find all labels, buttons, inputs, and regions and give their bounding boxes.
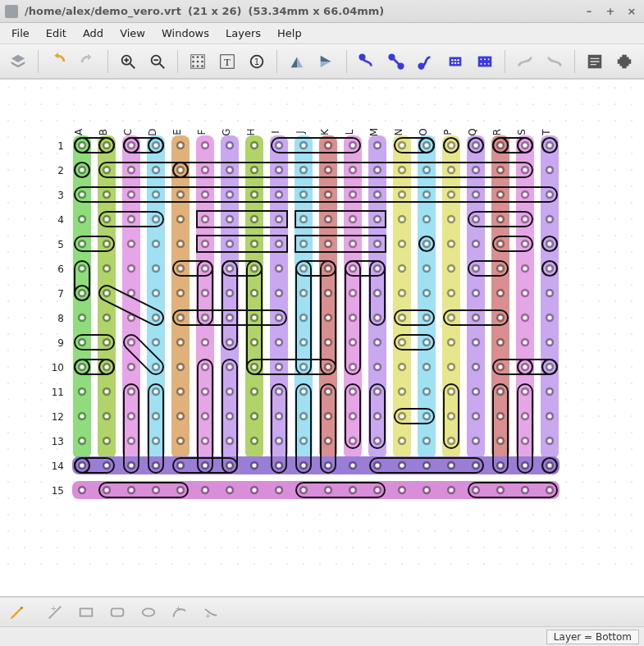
svg-point-1362	[252, 192, 256, 196]
svg-point-1286	[301, 143, 305, 147]
svg-point-48	[139, 87, 140, 89]
layer-indicator[interactable]: Layer = Bottom	[546, 630, 639, 644]
menu-windows[interactable]: Windows	[153, 23, 217, 44]
canvas-area[interactable]: ABCDEFGHIJKLMNOPQRST12345678910111213141…	[0, 79, 644, 597]
svg-point-1582	[498, 315, 502, 319]
menu-view[interactable]: View	[112, 23, 153, 44]
svg-point-82	[57, 103, 58, 105]
svg-point-1624	[523, 340, 527, 344]
pin-icon[interactable]: 1	[244, 48, 270, 75]
svg-point-1398	[203, 217, 207, 221]
svg-point-1732	[375, 414, 379, 418]
svg-point-1572	[375, 315, 379, 319]
close-button[interactable]: ×	[624, 4, 639, 19]
board[interactable]: ABCDEFGHIJKLMNOPQRST12345678910111213141…	[49, 121, 607, 564]
svg-point-44	[73, 87, 75, 89]
svg-point-1798	[203, 463, 207, 467]
net-b-icon[interactable]	[383, 48, 409, 75]
svg-point-1702	[498, 389, 502, 393]
svg-point-1456	[424, 241, 428, 245]
svg-point-1272	[129, 143, 133, 147]
minimize-button[interactable]: –	[582, 4, 596, 19]
component-icon[interactable]	[611, 48, 637, 75]
svg-point-1500	[473, 266, 477, 270]
menu-file[interactable]: File	[3, 23, 38, 44]
svg-point-1826	[547, 463, 551, 467]
svg-point-471	[40, 268, 42, 269]
pencil-icon[interactable]	[5, 601, 30, 624]
menu-help[interactable]: Help	[269, 23, 310, 44]
svg-point-90	[188, 103, 190, 105]
svg-point-1382	[498, 192, 502, 196]
svg-point-1718	[203, 414, 207, 418]
svg-point-1588	[80, 340, 84, 344]
arc-b-icon[interactable]: +	[199, 601, 223, 624]
svg-point-1488	[326, 266, 330, 270]
svg-point-1512	[129, 291, 133, 295]
svg-point-1752	[129, 438, 133, 442]
svg-point-1656	[424, 364, 428, 369]
svg-point-1686	[301, 389, 305, 393]
svg-point-900	[40, 448, 42, 450]
svg-point-1600	[227, 340, 231, 344]
svg-point-236	[24, 169, 25, 171]
svg-point-1510	[104, 291, 108, 295]
undo-icon[interactable]	[45, 48, 71, 75]
rect-icon[interactable]	[74, 601, 98, 624]
svg-point-1424	[523, 217, 527, 221]
svg-point-80	[24, 103, 25, 105]
svg-point-101	[368, 103, 370, 105]
rect-round-icon[interactable]	[105, 601, 130, 624]
svg-point-65	[418, 87, 419, 89]
svg-point-1482	[252, 266, 256, 270]
mirror-v-icon[interactable]	[313, 48, 340, 75]
svg-point-625	[7, 333, 9, 335]
svg-point-702	[631, 350, 633, 351]
menu-edit[interactable]: Edit	[38, 23, 75, 44]
zoom-out-icon[interactable]	[144, 48, 171, 75]
svg-point-107	[467, 103, 468, 105]
svg-point-1856	[424, 488, 428, 492]
net-c-icon[interactable]	[413, 48, 439, 75]
zoom-in-icon[interactable]	[115, 48, 141, 75]
svg-point-1486	[301, 266, 305, 270]
svg-point-1630	[104, 364, 108, 369]
svg-point-819	[631, 399, 633, 401]
svg-point-1520	[227, 291, 231, 295]
track-a-icon[interactable]	[512, 48, 538, 75]
svg-point-1550	[104, 315, 108, 319]
maximize-button[interactable]: +	[603, 4, 618, 19]
svg-point-1208	[614, 563, 616, 565]
layers-icon[interactable]	[5, 48, 31, 75]
text-icon[interactable]: T	[214, 48, 240, 75]
menu-layers[interactable]: Layers	[217, 23, 269, 44]
svg-point-1342	[498, 167, 502, 172]
svg-rect-1949	[112, 608, 124, 616]
ic-2-icon[interactable]	[472, 48, 498, 75]
grid-icon[interactable]	[185, 48, 211, 75]
svg-point-1558	[203, 315, 207, 319]
menu-add[interactable]: Add	[75, 23, 112, 44]
net-a-icon[interactable]	[354, 48, 380, 75]
line-icon[interactable]: +	[43, 601, 67, 624]
svg-point-468	[631, 251, 633, 253]
track-b-icon[interactable]	[541, 48, 568, 75]
ic-1-icon[interactable]	[442, 48, 468, 75]
ellipse-icon[interactable]	[136, 601, 161, 624]
svg-point-92	[221, 103, 222, 105]
redo-icon[interactable]	[75, 48, 101, 75]
svg-point-1013	[614, 481, 616, 483]
svg-point-1736	[424, 414, 428, 418]
schematic-icon[interactable]	[582, 48, 608, 75]
mirror-h-icon[interactable]	[284, 48, 310, 75]
svg-point-623	[614, 317, 616, 318]
arc-a-icon[interactable]: +	[167, 601, 192, 624]
svg-point-1524	[276, 291, 281, 295]
svg-point-1348	[80, 192, 84, 196]
svg-point-1014	[631, 481, 633, 483]
svg-point-1672	[129, 389, 133, 393]
svg-point-1648	[326, 364, 330, 369]
svg-point-1722	[252, 414, 256, 418]
svg-text:4: 4	[57, 214, 64, 226]
svg-point-30	[454, 62, 456, 63]
